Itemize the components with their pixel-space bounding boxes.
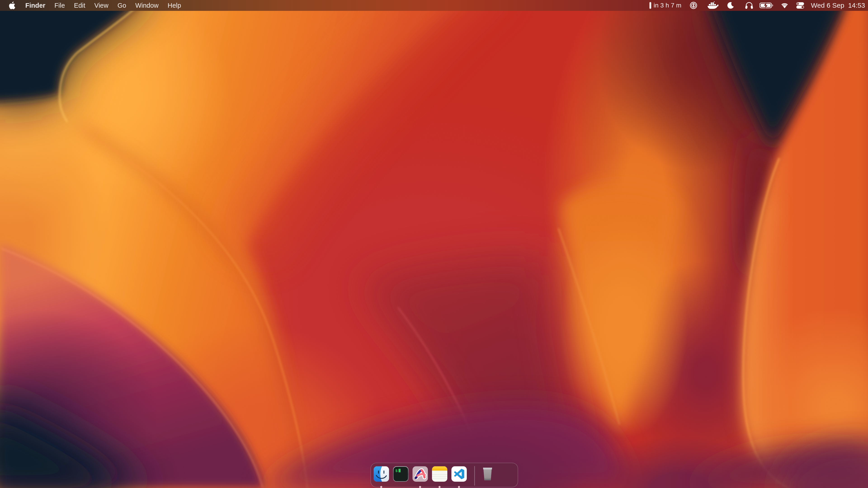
svg-text:$: $ [395, 469, 398, 473]
